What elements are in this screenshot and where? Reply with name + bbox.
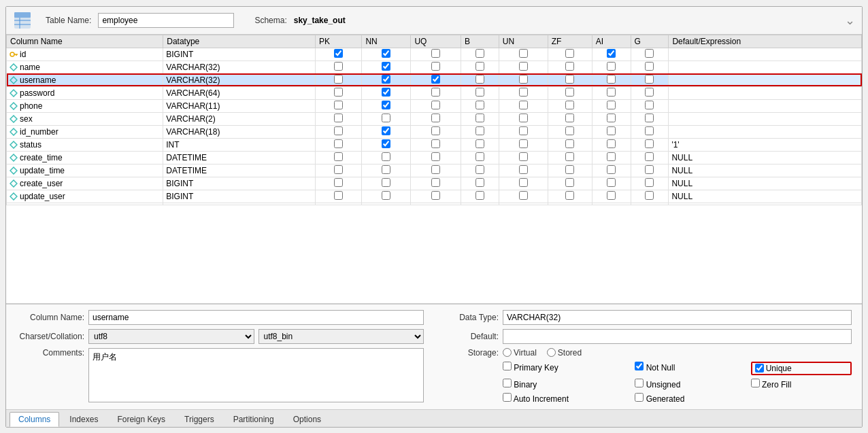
checkbox-ai[interactable]	[607, 49, 616, 58]
row-nn-cell[interactable]	[362, 86, 411, 99]
checkbox-pk[interactable]	[334, 62, 343, 71]
checkbox-un[interactable]	[519, 191, 528, 200]
row-uq-cell[interactable]	[411, 73, 461, 86]
checkbox-b[interactable]	[475, 101, 484, 109]
row-zf-cell[interactable]	[548, 125, 592, 138]
row-uq-cell[interactable]	[411, 48, 461, 60]
row-zf-cell[interactable]	[548, 112, 592, 125]
row-ai-cell[interactable]	[592, 99, 631, 112]
table-row[interactable]: create_timeDATETIMENULL	[7, 151, 862, 164]
checkbox-uq[interactable]	[431, 139, 440, 148]
row-ai-cell[interactable]	[592, 112, 631, 125]
checkbox-ai[interactable]	[607, 88, 616, 97]
checkbox-un[interactable]	[519, 75, 528, 84]
row-g-cell[interactable]	[631, 164, 669, 177]
row-zf-cell[interactable]	[548, 151, 592, 164]
row-un-cell[interactable]	[499, 73, 548, 86]
row-pk-cell[interactable]	[315, 60, 362, 73]
row-zf-cell[interactable]	[548, 60, 592, 73]
checkbox-pk[interactable]	[334, 101, 343, 109]
row-b-cell[interactable]	[461, 48, 499, 60]
checkbox-uq[interactable]	[431, 165, 440, 174]
row-nn-cell[interactable]	[362, 99, 411, 112]
checkbox-nn[interactable]	[382, 165, 390, 174]
checkbox-b[interactable]	[475, 114, 484, 122]
row-un-cell[interactable]	[499, 125, 548, 138]
row-zf-cell[interactable]	[548, 164, 592, 177]
row-ai-cell[interactable]	[592, 73, 631, 86]
checkbox-g[interactable]	[645, 178, 654, 187]
checkbox-zf[interactable]	[565, 139, 574, 148]
checkbox-uq[interactable]	[431, 191, 440, 200]
row-zf-cell[interactable]	[548, 86, 592, 99]
checkbox-nn[interactable]	[382, 126, 390, 135]
checkbox-g[interactable]	[645, 114, 654, 122]
row-ai-cell[interactable]	[592, 125, 631, 138]
checkbox-pk[interactable]	[334, 191, 343, 200]
row-g-cell[interactable]	[631, 203, 669, 205]
row-pk-cell[interactable]	[315, 151, 362, 164]
checkbox-g[interactable]	[645, 88, 654, 97]
row-ai-cell[interactable]	[592, 151, 631, 164]
checkbox-b[interactable]	[475, 126, 484, 135]
row-ai-cell[interactable]	[592, 86, 631, 99]
row-un-cell[interactable]	[499, 60, 548, 73]
checkbox-zf[interactable]	[565, 62, 574, 71]
row-zf-cell[interactable]	[548, 138, 592, 151]
row-zf-cell[interactable]	[548, 73, 592, 86]
row-nn-cell[interactable]	[362, 177, 411, 190]
row-un-cell[interactable]	[499, 164, 548, 177]
checkbox-zf[interactable]	[565, 114, 574, 122]
row-uq-cell[interactable]	[411, 190, 461, 203]
checkbox-pk[interactable]	[334, 126, 343, 135]
checkbox-un[interactable]	[519, 114, 528, 122]
table-row[interactable]: nameVARCHAR(32)	[7, 60, 862, 73]
row-nn-cell[interactable]	[362, 125, 411, 138]
row-uq-cell[interactable]	[411, 86, 461, 99]
row-pk-cell[interactable]	[315, 86, 362, 99]
checkbox-uq[interactable]	[431, 62, 440, 71]
checkbox-uq[interactable]	[431, 126, 440, 135]
checkbox-zf[interactable]	[565, 49, 574, 58]
checkbox-un[interactable]	[519, 126, 528, 135]
collation-select[interactable]: utf8_bin	[258, 329, 424, 344]
generated-checkbox[interactable]	[635, 393, 644, 402]
row-g-cell[interactable]	[631, 60, 669, 73]
tab-columns[interactable]: Columns	[10, 412, 59, 427]
tab-partitioning[interactable]: Partitioning	[224, 412, 283, 426]
checkbox-un[interactable]	[519, 101, 528, 109]
checkbox-un[interactable]	[519, 139, 528, 148]
zero-fill-checkbox[interactable]	[751, 379, 760, 387]
checkbox-pk[interactable]	[334, 152, 343, 161]
table-row[interactable]: sexVARCHAR(2)	[7, 112, 862, 125]
row-nn-cell[interactable]	[362, 73, 411, 86]
checkbox-uq[interactable]	[431, 178, 440, 187]
checkbox-g[interactable]	[645, 101, 654, 109]
checkbox-b[interactable]	[475, 152, 484, 161]
checkbox-b[interactable]	[475, 49, 484, 58]
table-row[interactable]: create_userBIGINTNULL	[7, 177, 862, 190]
row-un-cell[interactable]	[499, 190, 548, 203]
table-row[interactable]: usernameVARCHAR(32)	[7, 73, 862, 86]
row-g-cell[interactable]	[631, 177, 669, 190]
default-input[interactable]	[503, 329, 852, 344]
expand-icon[interactable]: ⌄	[845, 13, 855, 28]
checkbox-nn[interactable]	[382, 139, 390, 148]
table-name-input[interactable]	[98, 13, 234, 28]
row-nn-cell[interactable]	[362, 151, 411, 164]
checkbox-nn[interactable]	[382, 75, 390, 84]
row-uq-cell[interactable]	[411, 164, 461, 177]
row-ai-cell[interactable]	[592, 164, 631, 177]
checkbox-g[interactable]	[645, 165, 654, 174]
checkbox-g[interactable]	[645, 62, 654, 71]
row-nn-cell[interactable]	[362, 190, 411, 203]
row-zf-cell[interactable]	[548, 99, 592, 112]
checkbox-b[interactable]	[475, 62, 484, 71]
table-row[interactable]: idBIGINT	[7, 48, 862, 60]
row-g-cell[interactable]	[631, 138, 669, 151]
checkbox-zf[interactable]	[565, 152, 574, 161]
checkbox-b[interactable]	[475, 75, 484, 84]
row-un-cell[interactable]	[499, 177, 548, 190]
tab-options[interactable]: Options	[284, 412, 330, 426]
row-pk-cell[interactable]	[315, 164, 362, 177]
